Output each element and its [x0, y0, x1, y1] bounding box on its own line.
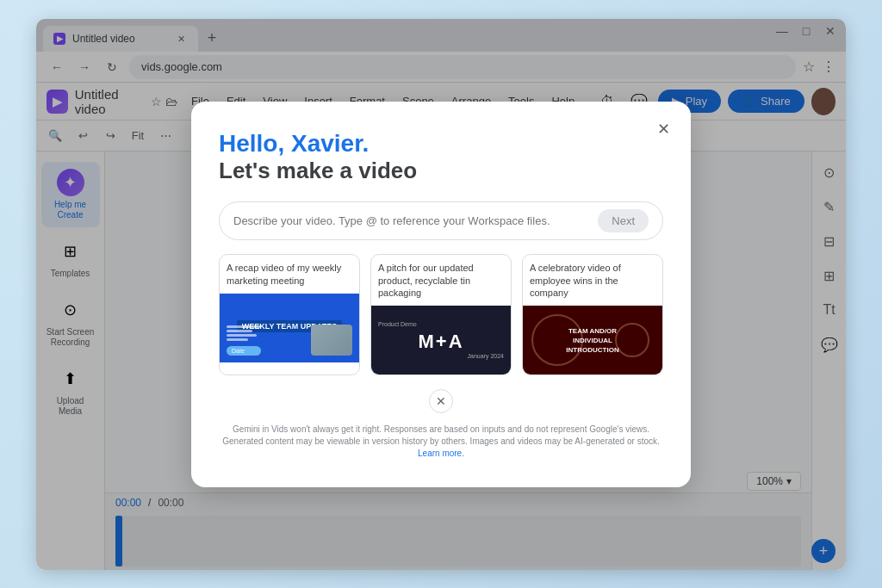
suggestion-card-3[interactable]: A celebratory video of employee wins in … — [522, 254, 663, 375]
suggestion-thumbnail-2: Product Demo M+A January 2024 — [371, 306, 511, 374]
disclaimer-text: Gemini in Vids won't always get it right… — [222, 424, 660, 446]
team-intro-text: TEAM AND/ORINDIVIDUALINTRODUCTION — [566, 326, 618, 356]
dialog-overlay: ✕ Hello, Xavier. Let's make a video Next… — [36, 19, 846, 570]
carousel-close-button[interactable]: ✕ — [429, 389, 453, 413]
dialog-input-row: Next — [219, 201, 663, 240]
suggestion-card-2[interactable]: A pitch for our updated product, recycla… — [370, 254, 512, 375]
next-button[interactable]: Next — [598, 209, 649, 232]
suggestion-label-2: A pitch for our updated product, recycla… — [371, 255, 511, 306]
suggestion-thumbnail-3: TEAM AND/ORINDIVIDUALINTRODUCTION — [523, 306, 662, 374]
product-demo-date: January 2024 — [468, 353, 511, 359]
suggestion-thumbnail-1: WEEKLY TEAM UPDATES Date — [220, 294, 359, 362]
thumb-lines: Date — [227, 325, 261, 356]
product-demo-header: Product Demo — [371, 321, 417, 327]
help-create-dialog: ✕ Hello, Xavier. Let's make a video Next… — [191, 102, 691, 488]
suggestion-card-1[interactable]: A recap video of my weekly marketing mee… — [219, 254, 360, 375]
suggestion-label-1: A recap video of my weekly marketing mee… — [220, 255, 359, 294]
dialog-close-button[interactable]: ✕ — [649, 115, 677, 143]
carousel-controls: ✕ — [219, 389, 663, 413]
suggestion-label-3: A celebratory video of employee wins in … — [523, 255, 662, 306]
dialog-disclaimer: Gemini in Vids won't always get it right… — [219, 424, 663, 460]
learn-more-link[interactable]: Learn more. — [418, 449, 464, 458]
product-demo-main: M+A — [418, 331, 463, 353]
suggestions-grid: A recap video of my weekly marketing mee… — [219, 254, 663, 375]
dialog-greeting: Hello, Xavier. — [219, 130, 369, 157]
dialog-subtitle: Let's make a video — [219, 158, 663, 184]
browser-window: ▶ Untitled video ✕ + — □ ✕ ← → ↻ vids.go… — [36, 19, 846, 570]
decorative-circle-2 — [615, 323, 649, 357]
carousel-x-icon: ✕ — [436, 394, 446, 408]
video-description-input[interactable] — [233, 214, 591, 227]
dialog-title: Hello, Xavier. Let's make a video — [219, 129, 663, 185]
close-icon: ✕ — [657, 120, 670, 139]
